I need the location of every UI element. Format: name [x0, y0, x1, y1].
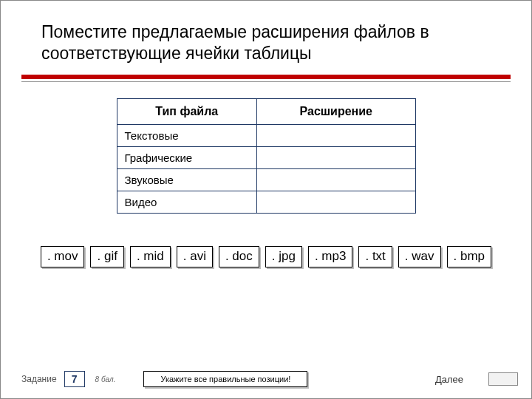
chip-wav[interactable]: . wav [398, 246, 441, 267]
chip-gif[interactable]: . gif [90, 246, 123, 267]
chip-mov[interactable]: . mov [41, 246, 85, 267]
next-indicator [488, 372, 518, 386]
extension-chips: . mov . gif . mid . avi . doc . jpg . mp… [1, 246, 531, 267]
task-score: 8 бал. [95, 375, 116, 383]
chip-jpg[interactable]: . jpg [265, 246, 302, 267]
slide: Поместите предлагаемые расширения файлов… [0, 0, 532, 399]
cell-type: Видео [117, 191, 257, 213]
task-label: Задание [21, 374, 57, 384]
footer-bar: Задание 7 8 бал. Укажите все правильные … [1, 360, 531, 398]
hint-box: Укажите все правильные позиции! [143, 371, 307, 387]
task-number-box: 7 [64, 371, 85, 387]
table-row: Графические [117, 146, 415, 168]
chip-avi[interactable]: . avi [177, 246, 213, 267]
cell-type: Текстовые [117, 124, 257, 146]
cell-type: Графические [117, 146, 257, 168]
chip-mp3[interactable]: . mp3 [308, 246, 353, 267]
cell-type: Звуковые [117, 168, 257, 191]
table-row: Звуковые [117, 168, 415, 191]
chip-bmp[interactable]: . bmp [447, 246, 492, 267]
col-header-ext: Расширение [257, 98, 415, 124]
cell-ext-drop[interactable] [257, 168, 415, 191]
chip-txt[interactable]: . txt [358, 246, 392, 267]
chip-doc[interactable]: . doc [219, 246, 259, 267]
chip-mid[interactable]: . mid [130, 246, 171, 267]
table-row: Видео [117, 191, 415, 213]
col-header-type: Тип файла [117, 98, 257, 124]
cell-ext-drop[interactable] [257, 124, 415, 146]
cell-ext-drop[interactable] [257, 146, 415, 168]
divider [21, 75, 511, 82]
slide-title: Поместите предлагаемые расширения файлов… [1, 1, 531, 75]
cell-ext-drop[interactable] [257, 191, 415, 213]
table-row: Текстовые [117, 124, 415, 146]
next-button[interactable]: Далее [419, 372, 480, 387]
table-container: Тип файла Расширение Текстовые Графическ… [1, 98, 531, 214]
file-types-table: Тип файла Расширение Текстовые Графическ… [117, 98, 416, 214]
